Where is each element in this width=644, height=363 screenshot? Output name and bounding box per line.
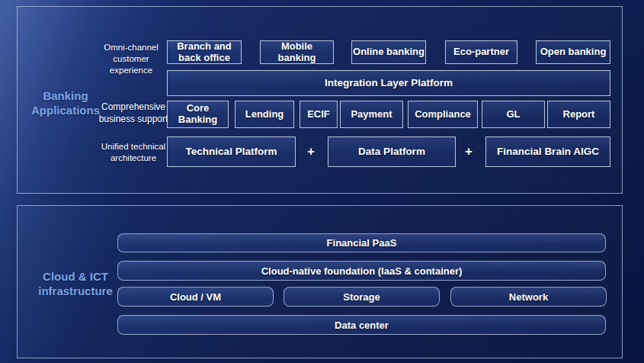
- box-data-center: Data center: [117, 315, 606, 335]
- box-technical-platform: Technical Platform: [167, 137, 296, 167]
- box-payment: Payment: [340, 101, 403, 128]
- box-gl: GL: [482, 101, 545, 128]
- box-branch-back-office: Branch and back office: [167, 40, 242, 64]
- box-open-banking: Open banking: [536, 40, 610, 64]
- box-lending: Lending: [235, 101, 294, 128]
- plus-sign: +: [461, 137, 476, 167]
- box-cloud-vm: Cloud / VM: [117, 287, 274, 307]
- box-cloud-native-foundation: Cloud-native foundation (IaaS & containe…: [117, 261, 606, 281]
- box-report: Report: [547, 101, 610, 128]
- box-eco-partner: Eco-partner: [445, 40, 517, 64]
- box-mobile-banking: Mobile banking: [260, 40, 334, 64]
- box-data-platform: Data Platform: [328, 137, 456, 167]
- box-online-banking: Online banking: [351, 40, 426, 64]
- box-compliance: Compliance: [408, 101, 478, 128]
- box-financial-paas: Financial PaaS: [117, 233, 606, 252]
- cloud-ict-panel: Cloud & ICT infrastructure Financial Paa…: [17, 205, 623, 358]
- box-core-banking: Core Banking: [167, 101, 229, 128]
- box-network: Network: [450, 287, 607, 307]
- banking-applications-panel: Banking Applications Omni-channel custom…: [17, 6, 623, 194]
- box-financial-brain-aigc: Financial Brain AIGC: [485, 137, 610, 167]
- plus-sign: +: [303, 137, 319, 167]
- box-ecif: ECIF: [300, 101, 338, 128]
- box-integration-layer-platform: Integration Layer Platform: [167, 70, 610, 96]
- box-storage: Storage: [284, 287, 440, 307]
- cloud-ict-label: Cloud & ICT infrastructure: [25, 270, 126, 299]
